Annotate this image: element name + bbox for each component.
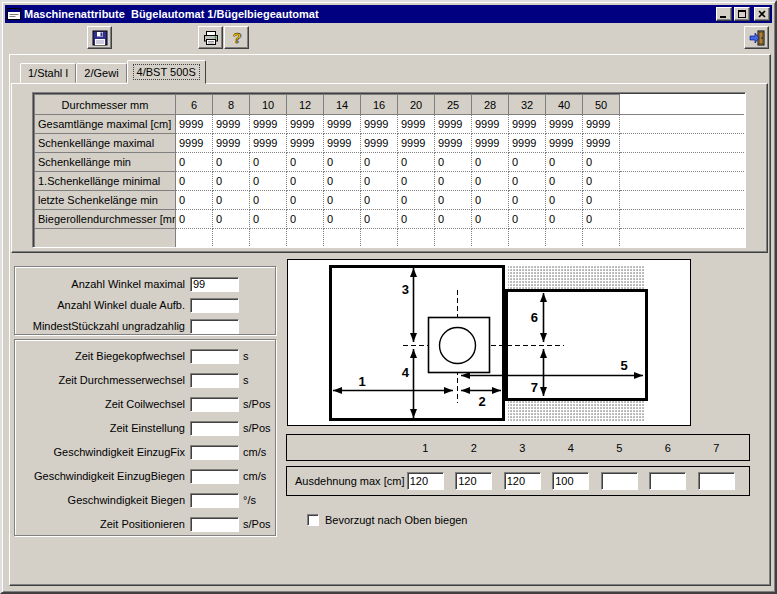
grid-cell[interactable]: 0 bbox=[472, 191, 509, 210]
grid-cell[interactable]: 9999 bbox=[472, 115, 509, 134]
grid-cell[interactable]: 0 bbox=[583, 172, 620, 191]
grid-cell[interactable]: 9999 bbox=[287, 134, 324, 153]
grid-cell[interactable] bbox=[324, 229, 361, 248]
grid-cell[interactable]: 0 bbox=[176, 210, 213, 229]
field-input[interactable] bbox=[190, 517, 239, 532]
field-input[interactable] bbox=[190, 469, 239, 484]
grid-cell[interactable]: 0 bbox=[213, 191, 250, 210]
grid-cell[interactable]: 0 bbox=[324, 191, 361, 210]
grid-cell[interactable]: 9999 bbox=[176, 115, 213, 134]
field-input[interactable] bbox=[190, 373, 239, 388]
tab-stahl[interactable]: 1/Stahl I bbox=[20, 63, 76, 83]
grid-cell[interactable] bbox=[361, 229, 398, 248]
help-button[interactable]: ?? bbox=[224, 26, 249, 49]
grid-cell[interactable]: 9999 bbox=[509, 134, 546, 153]
field-input[interactable] bbox=[190, 421, 239, 436]
extension-input[interactable] bbox=[504, 472, 541, 490]
grid-cell[interactable]: 9999 bbox=[546, 115, 583, 134]
grid-cell[interactable]: 0 bbox=[546, 153, 583, 172]
grid-cell[interactable]: 0 bbox=[398, 153, 435, 172]
grid-cell[interactable] bbox=[213, 229, 250, 248]
grid-cell[interactable]: 0 bbox=[176, 191, 213, 210]
grid-cell[interactable]: 0 bbox=[213, 210, 250, 229]
titlebar[interactable]: Maschinenattribute Bügelautomat 1/Bügelb… bbox=[5, 5, 772, 23]
grid-cell[interactable] bbox=[176, 229, 213, 248]
prefer-up-label[interactable]: Bevorzugt nach Oben biegen bbox=[325, 514, 468, 526]
field-input[interactable] bbox=[190, 277, 239, 292]
grid-cell[interactable]: 0 bbox=[176, 172, 213, 191]
exit-button[interactable] bbox=[744, 26, 769, 49]
grid-cell[interactable]: 9999 bbox=[509, 115, 546, 134]
grid-cell[interactable]: 0 bbox=[176, 153, 213, 172]
grid-cell[interactable]: 0 bbox=[287, 191, 324, 210]
grid-cell[interactable]: 0 bbox=[398, 210, 435, 229]
grid-cell[interactable]: 0 bbox=[583, 191, 620, 210]
grid-cell[interactable]: 0 bbox=[250, 210, 287, 229]
grid-cell[interactable]: 0 bbox=[509, 191, 546, 210]
grid-cell[interactable]: 9999 bbox=[398, 115, 435, 134]
grid-cell[interactable]: 9999 bbox=[213, 134, 250, 153]
grid-cell[interactable]: 0 bbox=[287, 172, 324, 191]
grid-cell[interactable]: 0 bbox=[546, 210, 583, 229]
grid-cell[interactable]: 0 bbox=[509, 210, 546, 229]
grid-cell[interactable] bbox=[509, 229, 546, 248]
grid-cell[interactable]: 0 bbox=[435, 172, 472, 191]
save-button[interactable] bbox=[87, 26, 112, 49]
grid-cell[interactable]: 0 bbox=[435, 191, 472, 210]
maximize-button[interactable] bbox=[734, 7, 750, 21]
grid-cell[interactable]: 0 bbox=[546, 172, 583, 191]
grid-cell[interactable]: 0 bbox=[435, 210, 472, 229]
field-input[interactable] bbox=[190, 397, 239, 412]
grid-cell[interactable]: 9999 bbox=[324, 115, 361, 134]
grid-cell[interactable]: 0 bbox=[287, 153, 324, 172]
grid-cell[interactable]: 9999 bbox=[583, 115, 620, 134]
grid-cell[interactable]: 0 bbox=[472, 172, 509, 191]
field-input[interactable] bbox=[190, 445, 239, 460]
extension-input[interactable] bbox=[698, 472, 735, 490]
grid-cell[interactable]: 0 bbox=[583, 210, 620, 229]
print-button[interactable] bbox=[198, 26, 223, 49]
grid-cell[interactable]: 9999 bbox=[361, 134, 398, 153]
grid-cell[interactable]: 0 bbox=[324, 172, 361, 191]
grid-cell[interactable]: 0 bbox=[324, 153, 361, 172]
grid-cell[interactable] bbox=[435, 229, 472, 248]
grid-cell[interactable]: 0 bbox=[546, 191, 583, 210]
grid-cell[interactable]: 9999 bbox=[472, 134, 509, 153]
field-input[interactable] bbox=[190, 319, 239, 334]
grid-cell[interactable]: 9999 bbox=[250, 115, 287, 134]
grid-cell[interactable]: 9999 bbox=[324, 134, 361, 153]
extension-input[interactable] bbox=[601, 472, 638, 490]
grid-cell[interactable]: 9999 bbox=[435, 134, 472, 153]
tab-bst500s[interactable]: 4/BST 500S bbox=[127, 60, 206, 84]
extension-input[interactable] bbox=[407, 472, 444, 490]
grid-cell[interactable]: 0 bbox=[361, 172, 398, 191]
grid-cell[interactable]: 0 bbox=[287, 210, 324, 229]
grid-cell[interactable]: 0 bbox=[398, 191, 435, 210]
grid-cell[interactable]: 0 bbox=[398, 172, 435, 191]
field-input[interactable] bbox=[190, 493, 239, 508]
grid-cell[interactable]: 0 bbox=[361, 153, 398, 172]
tab-gewi[interactable]: 2/Gewi bbox=[76, 63, 126, 83]
extension-input[interactable] bbox=[455, 472, 492, 490]
grid-cell[interactable] bbox=[583, 229, 620, 248]
grid-cell[interactable]: 0 bbox=[435, 153, 472, 172]
grid-cell[interactable]: 0 bbox=[250, 191, 287, 210]
grid-cell[interactable]: 9999 bbox=[213, 115, 250, 134]
grid-cell[interactable]: 9999 bbox=[435, 115, 472, 134]
grid-cell[interactable]: 9999 bbox=[583, 134, 620, 153]
prefer-up-checkbox[interactable] bbox=[307, 514, 319, 526]
grid-cell[interactable] bbox=[398, 229, 435, 248]
grid-cell[interactable] bbox=[472, 229, 509, 248]
grid-cell[interactable]: 0 bbox=[472, 210, 509, 229]
grid-cell[interactable]: 9999 bbox=[546, 134, 583, 153]
close-button[interactable] bbox=[754, 7, 770, 21]
field-input[interactable] bbox=[190, 349, 239, 364]
extension-input[interactable] bbox=[552, 472, 589, 490]
grid-cell[interactable]: 0 bbox=[361, 210, 398, 229]
grid-cell[interactable] bbox=[250, 229, 287, 248]
grid-cell[interactable]: 0 bbox=[324, 210, 361, 229]
grid-cell[interactable]: 0 bbox=[361, 191, 398, 210]
extension-input[interactable] bbox=[649, 472, 686, 490]
grid-cell[interactable] bbox=[546, 229, 583, 248]
grid-cell[interactable]: 0 bbox=[509, 153, 546, 172]
